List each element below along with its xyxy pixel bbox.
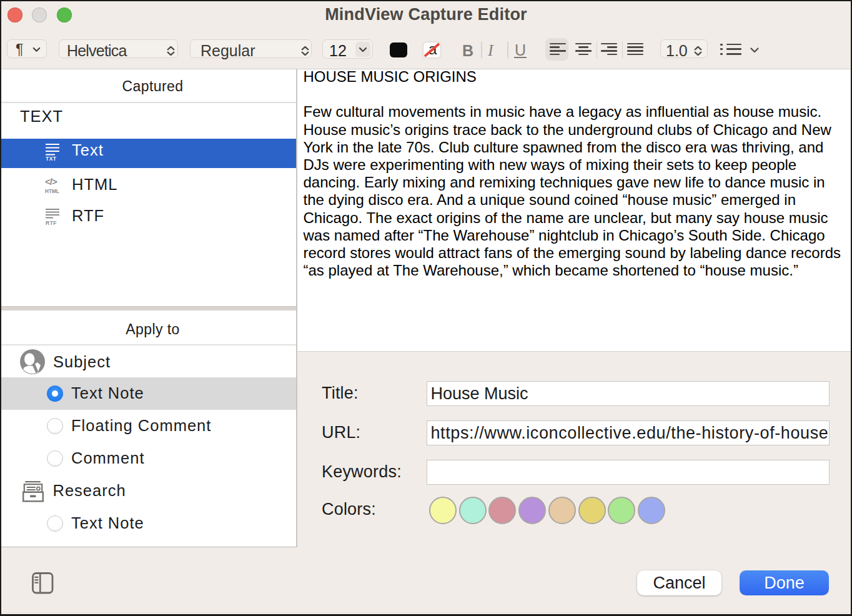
svg-text:RTF: RTF <box>46 220 57 226</box>
svg-text:TXT: TXT <box>46 156 57 161</box>
svg-text:HTML: HTML <box>45 189 59 194</box>
svg-text:</>: </> <box>45 177 57 187</box>
